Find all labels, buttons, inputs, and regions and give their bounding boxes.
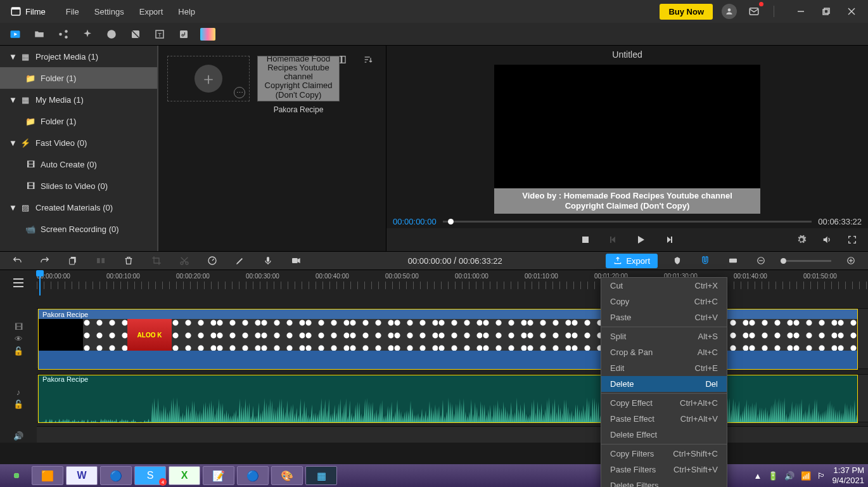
sidebar-item-fast-video[interactable]: ▼⚡Fast Video (0) bbox=[0, 132, 157, 153]
maximize-button[interactable] bbox=[814, 0, 839, 23]
magnet-icon[interactable] bbox=[697, 252, 713, 269]
menu-export[interactable]: Export bbox=[132, 3, 171, 20]
cut-icon[interactable] bbox=[176, 252, 193, 269]
copy-icon[interactable] bbox=[65, 252, 81, 269]
sparkle-icon[interactable] bbox=[80, 27, 95, 42]
context-menu-item[interactable]: Delete Effect bbox=[601, 427, 727, 443]
color-palette-icon[interactable] bbox=[200, 27, 215, 42]
stop-button[interactable] bbox=[577, 231, 594, 248]
share-icon[interactable] bbox=[56, 27, 71, 42]
context-menu-item[interactable]: Paste EffectCtrl+Alt+V bbox=[601, 411, 727, 427]
fullscreen-icon[interactable] bbox=[844, 231, 860, 248]
marker-icon[interactable] bbox=[669, 252, 686, 269]
tray-up-icon[interactable]: ▲ bbox=[754, 471, 762, 481]
preview-canvas[interactable]: Video by : Homemade Food Recipes Youtube… bbox=[494, 65, 760, 214]
taskbar-app[interactable]: 🟧 bbox=[32, 466, 63, 485]
context-menu-item[interactable]: Copy FiltersCtrl+Shift+C bbox=[601, 446, 727, 462]
eye-icon[interactable]: 👁 bbox=[15, 334, 23, 344]
media-module-icon[interactable] bbox=[8, 27, 23, 42]
zoom-in-icon[interactable] bbox=[843, 252, 859, 269]
menu-help[interactable]: Help bbox=[170, 3, 203, 20]
context-menu-item[interactable]: Crop & PanAlt+C bbox=[601, 344, 727, 360]
film-icon: 🎞 bbox=[25, 159, 35, 169]
next-frame-button[interactable] bbox=[661, 231, 677, 248]
tray-wifi-icon[interactable]: 📶 bbox=[801, 471, 811, 481]
context-menu-item[interactable]: DeleteDel bbox=[601, 376, 727, 392]
hamburger-icon[interactable] bbox=[0, 270, 37, 295]
record-icon[interactable] bbox=[288, 252, 304, 269]
mail-icon[interactable] bbox=[746, 3, 762, 20]
context-menu-item[interactable]: PasteCtrl+V bbox=[601, 309, 727, 325]
menu-file[interactable]: File bbox=[58, 3, 87, 20]
context-menu-separator bbox=[601, 444, 727, 445]
sidebar-item-my-media[interactable]: ▼▦My Media (1) bbox=[0, 89, 157, 110]
play-button[interactable] bbox=[633, 231, 649, 248]
zoom-slider[interactable] bbox=[781, 260, 831, 262]
tray-flag-icon[interactable]: 🏳 bbox=[817, 471, 826, 481]
redo-button[interactable] bbox=[37, 252, 53, 269]
tray-volume-icon[interactable]: 🔊 bbox=[784, 471, 795, 481]
minimize-button[interactable] bbox=[788, 0, 814, 23]
sidebar-item-auto-create[interactable]: 🎞Auto Create (0) bbox=[0, 153, 157, 175]
effect-icon[interactable] bbox=[128, 27, 143, 42]
sidebar-item-slides[interactable]: 🎞Slides to Video (0) bbox=[0, 175, 157, 197]
prev-frame-button[interactable] bbox=[605, 231, 622, 248]
sidebar-item-created-materials[interactable]: ▼▨Created Materials (0) bbox=[0, 197, 157, 218]
volume-icon[interactable] bbox=[819, 231, 835, 248]
start-button[interactable] bbox=[4, 466, 29, 485]
taskbar-word[interactable]: W bbox=[66, 466, 98, 485]
delete-icon[interactable] bbox=[120, 252, 137, 269]
split-icon[interactable] bbox=[93, 252, 109, 269]
speed-icon[interactable] bbox=[204, 252, 220, 269]
pen-icon[interactable] bbox=[232, 252, 248, 269]
folder-icon: 📁 bbox=[25, 116, 35, 126]
context-menu-item[interactable]: Delete Filters bbox=[601, 477, 727, 487]
taskbar-chrome[interactable]: 🔵 bbox=[100, 466, 132, 485]
taskbar-chrome2[interactable]: 🔵 bbox=[237, 466, 269, 485]
taskbar-paint[interactable]: 🎨 bbox=[271, 466, 303, 485]
import-media-button[interactable]: ＋ ⋯ bbox=[167, 56, 250, 101]
lock-icon[interactable]: 🔓 bbox=[13, 346, 23, 356]
svg-rect-33 bbox=[97, 258, 100, 263]
taskbar-notes[interactable]: 📝 bbox=[203, 466, 234, 485]
sidebar-item-screen-recording[interactable]: 📹Screen Recording (0) bbox=[0, 218, 157, 240]
menu-settings[interactable]: Settings bbox=[87, 3, 132, 20]
context-menu-item[interactable]: EditCtrl+E bbox=[601, 360, 727, 376]
context-menu-item[interactable]: Paste FiltersCtrl+Shift+V bbox=[601, 462, 727, 477]
buy-now-button[interactable]: Buy Now bbox=[660, 4, 713, 20]
svg-rect-41 bbox=[729, 259, 737, 263]
context-menu-item[interactable]: Copy EffectCtrl+Alt+C bbox=[601, 395, 727, 411]
sidebar-item-folder-1[interactable]: 📁Folder (1) bbox=[0, 67, 157, 89]
tray-clock[interactable]: 1:37 PM 9/4/2021 bbox=[832, 465, 864, 485]
text-icon[interactable]: T bbox=[152, 27, 167, 42]
zoom-out-icon[interactable] bbox=[753, 252, 769, 269]
fit-icon[interactable] bbox=[725, 252, 741, 269]
export-button[interactable]: Export bbox=[606, 254, 658, 268]
tray-battery-icon[interactable]: 🔋 bbox=[768, 471, 778, 481]
timeline-ruler[interactable]: 00:00:00:0000:00:10:0000:00:20:0000:00:3… bbox=[0, 270, 868, 295]
context-menu-item[interactable]: CutCtrl+X bbox=[601, 278, 727, 294]
mic-icon[interactable] bbox=[260, 252, 276, 269]
account-icon[interactable] bbox=[722, 4, 737, 19]
sort-icon[interactable] bbox=[361, 52, 376, 67]
taskbar-filme[interactable]: ▦ bbox=[305, 466, 337, 485]
video-clip[interactable]: Pakora Recipe ALOO K bbox=[38, 309, 858, 370]
context-menu-item[interactable]: SplitAlt+S bbox=[601, 328, 727, 344]
undo-button[interactable] bbox=[9, 252, 25, 269]
audio-clip[interactable]: Pakora Recipe bbox=[38, 375, 858, 423]
close-button[interactable] bbox=[839, 0, 864, 23]
music-icon[interactable] bbox=[176, 27, 191, 42]
sticker-icon[interactable] bbox=[104, 27, 119, 42]
crop-icon[interactable] bbox=[148, 252, 165, 269]
more-icon[interactable]: ⋯ bbox=[234, 87, 245, 98]
lock-icon[interactable]: 🔓 bbox=[13, 399, 23, 409]
preview-seek-bar[interactable] bbox=[443, 221, 812, 223]
sidebar-item-folder-2[interactable]: 📁Folder (1) bbox=[0, 110, 157, 132]
taskbar-excel[interactable]: X bbox=[169, 466, 200, 485]
settings-gear-icon[interactable] bbox=[793, 231, 810, 248]
media-clip[interactable]: 🎞 Video by: Homemade Food Recipes Youtub… bbox=[257, 56, 340, 114]
context-menu-item[interactable]: CopyCtrl+C bbox=[601, 294, 727, 309]
folder-icon[interactable] bbox=[32, 27, 47, 42]
sidebar-item-project-media[interactable]: ▼▦Project Media (1) bbox=[0, 46, 157, 67]
taskbar-skype[interactable]: S4 bbox=[134, 466, 166, 485]
